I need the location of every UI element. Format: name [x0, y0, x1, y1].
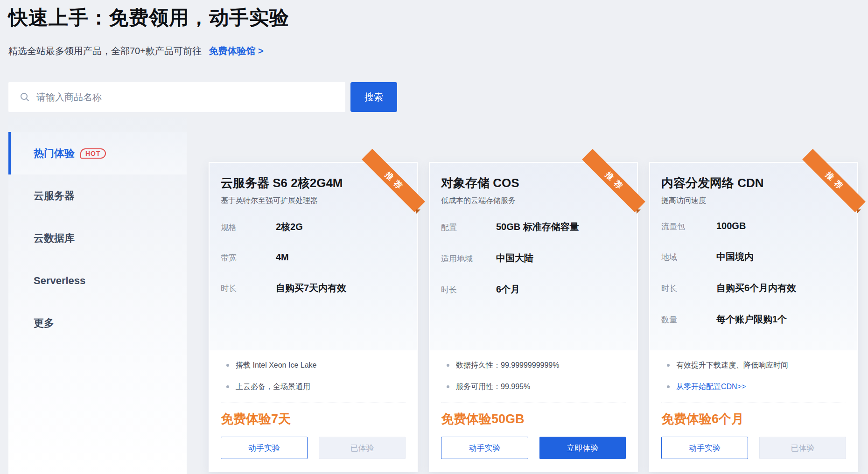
bullet-dot — [226, 385, 229, 388]
bullet-dot — [447, 385, 449, 388]
card-header: 对象存储 COS 低成本的云端存储服务 配置 50GB 标准存储容量 适用地域 … — [430, 163, 637, 350]
spec-label: 时长 — [661, 283, 716, 294]
search-bar: 搜索 — [8, 82, 397, 112]
spec-label: 带宽 — [221, 252, 276, 263]
card-title: 内容分发网络 CDN — [661, 175, 846, 191]
spec-row: 流量包 100GB — [661, 221, 846, 232]
spec-list: 规格 2核2G 带宽 4M 时长 自购买7天内有效 — [221, 221, 406, 294]
card-subtitle: 基于英特尔至强可扩展处理器 — [221, 196, 406, 206]
spec-label: 适用地域 — [441, 253, 496, 264]
feature-item: 从零开始配置CDN>> — [661, 381, 846, 392]
feature-list: 数据持久性：99.9999999999% 服务可用性：99.995% — [441, 360, 626, 392]
spec-row: 配置 50GB 标准存储容量 — [441, 221, 626, 233]
ribbon-fold — [637, 209, 641, 214]
card-actions: 动手实验 已体验 — [661, 437, 846, 459]
spec-row: 规格 2核2G — [221, 221, 406, 233]
spec-row: 数量 每个账户限购1个 — [661, 313, 846, 326]
sidebar-item-serverless[interactable]: Serverless — [8, 259, 187, 302]
sidebar-item-more[interactable]: 更多 — [8, 302, 187, 344]
sidebar: 热门体验 HOT 云服务器 云数据库 Serverless 更多 — [8, 117, 187, 474]
search-input-wrapper — [8, 82, 345, 112]
product-card-list: 推荐 云服务器 S6 2核2G4M 基于英特尔至强可扩展处理器 规格 2核2G … — [209, 162, 858, 472]
feature-item: 上云必备，全场景通用 — [221, 381, 406, 392]
spec-label: 配置 — [441, 222, 496, 233]
sidebar-item-label: 云数据库 — [34, 231, 75, 245]
hot-badge: HOT — [80, 148, 106, 159]
hands-on-lab-button[interactable]: 动手实验 — [441, 437, 528, 459]
spec-label: 流量包 — [661, 221, 716, 232]
already-experienced-button: 已体验 — [319, 437, 406, 459]
spec-value: 每个账户限购1个 — [716, 313, 787, 326]
sidebar-item-hot-experience[interactable]: 热门体验 HOT — [8, 132, 187, 174]
card-title: 云服务器 S6 2核2G4M — [221, 175, 406, 191]
feature-text: 有效提升下载速度、降低响应时间 — [676, 360, 788, 371]
ribbon-fold — [416, 209, 420, 214]
spec-value: 50GB 标准存储容量 — [496, 221, 579, 233]
free-trial-text: 免费体验7天 — [221, 411, 406, 427]
spec-label: 时长 — [441, 285, 496, 295]
sidebar-item-label: 更多 — [34, 316, 54, 330]
card-footer: 有效提升下载速度、降低响应时间 从零开始配置CDN>> 免费体验6个月 动手实验… — [650, 350, 857, 459]
free-trial-text: 免费体验50GB — [441, 411, 626, 427]
spec-value: 中国境内 — [716, 251, 754, 263]
feature-text: 上云必备，全场景通用 — [236, 381, 310, 392]
spec-row: 时长 6个月 — [441, 283, 626, 296]
card-footer: 数据持久性：99.9999999999% 服务可用性：99.995% 免费体验5… — [430, 350, 637, 459]
cdn-config-guide-link[interactable]: 从零开始配置CDN>> — [676, 381, 746, 392]
free-experience-hall-link[interactable]: 免费体验馆 > — [209, 46, 264, 56]
card-footer: 搭载 Intel Xeon Ice Lake 上云必备，全场景通用 免费体验7天… — [210, 350, 417, 459]
page-title: 快速上手：免费领用，动手实验 — [8, 5, 289, 31]
sidebar-item-label: Serverless — [34, 275, 85, 287]
spec-row: 带宽 4M — [221, 252, 406, 263]
bullet-dot — [667, 364, 670, 367]
card-subtitle: 低成本的云端存储服务 — [441, 196, 626, 206]
feature-item: 数据持久性：99.9999999999% — [441, 360, 626, 371]
card-header: 内容分发网络 CDN 提高访问速度 流量包 100GB 地域 中国境内 时长 自… — [650, 163, 857, 350]
spec-row: 时长 自购买7天内有效 — [221, 282, 406, 294]
card-subtitle: 提高访问速度 — [661, 196, 846, 206]
feature-item: 有效提升下载速度、降低响应时间 — [661, 360, 846, 371]
spec-list: 配置 50GB 标准存储容量 适用地域 中国大陆 时长 6个月 — [441, 221, 626, 296]
spec-label: 数量 — [661, 314, 716, 325]
experience-now-button[interactable]: 立即体验 — [539, 437, 626, 459]
spec-value: 自购买7天内有效 — [276, 282, 346, 294]
dotted-divider — [441, 403, 626, 403]
ribbon-fold — [857, 209, 861, 214]
page-subtitle: 精选全站最多领用产品，全部70+款产品可前往 免费体验馆 > — [8, 45, 264, 57]
spec-row: 地域 中国境内 — [661, 251, 846, 263]
sidebar-item-label: 云服务器 — [34, 189, 75, 203]
search-input[interactable] — [36, 92, 326, 103]
sidebar-item-label: 热门体验 — [34, 146, 75, 160]
spec-value: 4M — [276, 252, 289, 263]
bullet-dot — [226, 364, 229, 367]
subtitle-text: 精选全站最多领用产品，全部70+款产品可前往 — [8, 46, 202, 56]
already-experienced-button: 已体验 — [759, 437, 846, 459]
spec-row: 适用地域 中国大陆 — [441, 252, 626, 265]
feature-item: 搭载 Intel Xeon Ice Lake — [221, 360, 406, 371]
spec-label: 规格 — [221, 222, 276, 233]
feature-item: 服务可用性：99.995% — [441, 381, 626, 392]
spec-value: 自购买6个月内有效 — [716, 282, 796, 294]
sidebar-item-cloud-database[interactable]: 云数据库 — [8, 217, 187, 259]
bullet-dot — [667, 385, 670, 388]
spec-label: 地域 — [661, 252, 716, 263]
card-actions: 动手实验 已体验 — [221, 437, 406, 459]
spec-label: 时长 — [221, 283, 276, 294]
spec-list: 流量包 100GB 地域 中国境内 时长 自购买6个月内有效 数量 每个账户限购… — [661, 221, 846, 326]
hands-on-lab-button[interactable]: 动手实验 — [221, 437, 308, 459]
search-button[interactable]: 搜索 — [350, 82, 397, 112]
product-card-cos: 推荐 对象存储 COS 低成本的云端存储服务 配置 50GB 标准存储容量 适用… — [429, 162, 638, 472]
spec-value: 2核2G — [276, 221, 303, 233]
feature-list: 有效提升下载速度、降低响应时间 从零开始配置CDN>> — [661, 360, 846, 392]
product-card-cdn: 推荐 内容分发网络 CDN 提高访问速度 流量包 100GB 地域 中国境内 时… — [649, 162, 858, 472]
card-title: 对象存储 COS — [441, 175, 626, 191]
card-actions: 动手实验 立即体验 — [441, 437, 626, 459]
product-card-cvm: 推荐 云服务器 S6 2核2G4M 基于英特尔至强可扩展处理器 规格 2核2G … — [209, 162, 418, 472]
feature-text: 数据持久性：99.9999999999% — [456, 360, 559, 371]
dotted-divider — [221, 403, 406, 403]
spec-value: 100GB — [716, 221, 746, 231]
hands-on-lab-button[interactable]: 动手实验 — [661, 437, 748, 459]
sidebar-item-cloud-server[interactable]: 云服务器 — [8, 174, 187, 217]
search-icon — [20, 92, 30, 102]
card-header: 云服务器 S6 2核2G4M 基于英特尔至强可扩展处理器 规格 2核2G 带宽 … — [210, 163, 417, 350]
